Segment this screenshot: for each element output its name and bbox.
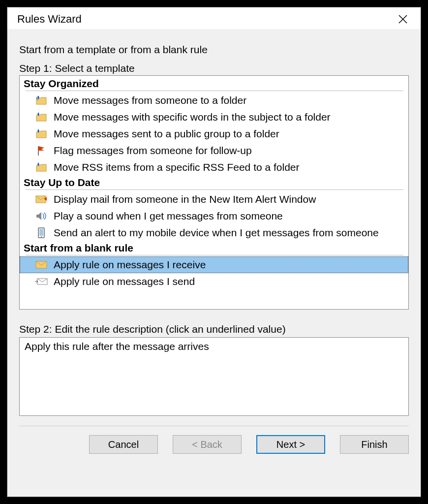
- folder-move-icon: [35, 94, 48, 106]
- sound-icon: [35, 210, 48, 222]
- divider: [26, 91, 403, 91]
- finish-button[interactable]: Finish: [340, 435, 409, 454]
- template-move-rss[interactable]: Move RSS items from a specific RSS Feed …: [20, 159, 408, 176]
- svg-point-4: [41, 236, 42, 237]
- template-label: Flag messages from someone for follow-up: [54, 143, 252, 158]
- template-play-sound[interactable]: Play a sound when I get messages from so…: [20, 208, 408, 224]
- template-label: Move messages with specific words in the…: [54, 110, 331, 125]
- template-label: Apply rule on messages I send: [54, 274, 195, 289]
- cancel-button[interactable]: Cancel: [89, 435, 158, 454]
- template-display-new-alert[interactable]: Display mail from someone in the New Ite…: [20, 191, 408, 208]
- template-label: Move messages from someone to a folder: [54, 93, 246, 108]
- template-apply-receive[interactable]: Apply rule on messages I receive: [20, 256, 408, 273]
- divider: [26, 255, 403, 255]
- divider: [26, 189, 403, 190]
- step2-label: Step 2: Edit the rule description (click…: [19, 323, 409, 335]
- template-label: Play a sound when I get messages from so…: [54, 209, 283, 223]
- template-move-public-group[interactable]: Move messages sent to a public group to …: [20, 126, 408, 142]
- template-label: Move RSS items from a specific RSS Feed …: [54, 160, 300, 175]
- titlebar: Rules Wizard: [7, 7, 421, 29]
- template-mobile-alert[interactable]: Send an alert to my mobile device when I…: [20, 224, 408, 241]
- template-label: Display mail from someone in the New Ite…: [54, 192, 316, 207]
- svg-rect-3: [39, 229, 43, 236]
- mail-alert-icon: [35, 193, 48, 205]
- template-apply-send[interactable]: Apply rule on messages I send: [20, 273, 408, 290]
- rule-description-text: Apply this rule after the message arrive…: [25, 341, 209, 352]
- section-title-stay-up-to-date: Stay Up to Date: [20, 176, 408, 189]
- back-button[interactable]: < Back: [173, 435, 242, 454]
- section-title-blank-rule: Start from a blank rule: [20, 241, 408, 254]
- folder-move-icon: [35, 161, 48, 173]
- template-label: Apply rule on messages I receive: [54, 257, 206, 272]
- mobile-icon: [35, 227, 48, 239]
- window-title: Rules Wizard: [17, 13, 82, 26]
- folder-move-icon: [35, 111, 48, 123]
- template-flag-followup[interactable]: Flag messages from someone for follow-up: [20, 142, 408, 159]
- rules-wizard-dialog: Rules Wizard Start from a template or fr…: [7, 7, 421, 497]
- template-move-from-someone[interactable]: Move messages from someone to a folder: [20, 92, 408, 109]
- heading: Start from a template or from a blank ru…: [19, 44, 409, 56]
- step1-label: Step 1: Select a template: [19, 63, 409, 74]
- folder-move-icon: [35, 128, 48, 140]
- section-title-stay-organized: Stay Organized: [20, 77, 408, 90]
- template-listbox: Stay Organized Move messages from someon…: [19, 75, 409, 310]
- rule-description-box[interactable]: Apply this rule after the message arrive…: [19, 337, 409, 416]
- flag-icon: [35, 145, 48, 157]
- template-label: Send an alert to my mobile device when I…: [54, 225, 379, 240]
- envelope-in-icon: [35, 259, 48, 271]
- template-move-words-subject[interactable]: Move messages with specific words in the…: [20, 109, 408, 126]
- close-button[interactable]: [393, 12, 413, 26]
- dialog-content: Start from a template or from a blank ru…: [7, 29, 421, 497]
- footer-divider: [19, 426, 409, 426]
- template-label: Move messages sent to a public group to …: [54, 126, 279, 141]
- envelope-out-icon: [35, 276, 48, 287]
- button-row: Cancel < Back Next > Finish: [19, 435, 409, 459]
- next-button[interactable]: Next >: [256, 435, 325, 454]
